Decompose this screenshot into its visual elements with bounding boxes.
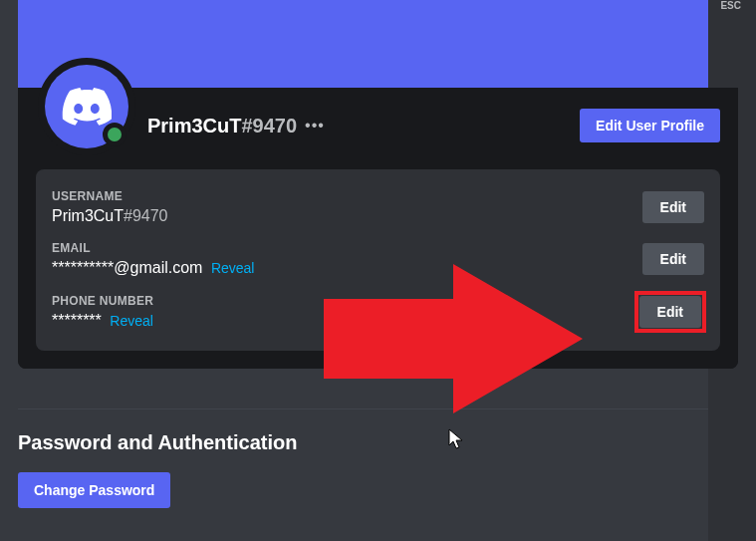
username-display: Prim3CuT#9470 (147, 115, 297, 137)
esc-label[interactable]: ESC (720, 0, 741, 11)
edit-phone-highlight: Edit (636, 293, 704, 331)
edit-phone-button[interactable]: Edit (639, 296, 701, 328)
phone-field-row: PHONE NUMBER ******** Reveal Edit (52, 285, 704, 339)
phone-field-value: ******** Reveal (52, 312, 636, 330)
username-text: Prim3CuT (147, 115, 241, 136)
section-divider (18, 408, 738, 409)
fields-container: USERNAME Prim3CuT#9470 Edit EMAIL ******… (36, 169, 720, 351)
profile-card: Prim3CuT#9470 ••• Edit User Profile USER… (18, 88, 738, 369)
discriminator-text: #9470 (241, 115, 297, 136)
status-online-icon (103, 123, 126, 146)
reveal-phone-link[interactable]: Reveal (110, 313, 153, 329)
account-info-card: USERNAME Prim3CuT#9470 Edit EMAIL ******… (18, 169, 738, 369)
password-section-title: Password and Authentication (18, 431, 738, 454)
email-field-row: EMAIL **********@gmail.com Reveal Edit (52, 233, 704, 285)
username-field-row: USERNAME Prim3CuT#9470 Edit (52, 181, 704, 233)
phone-field-label: PHONE NUMBER (52, 294, 636, 308)
more-options-icon[interactable]: ••• (305, 117, 325, 135)
reveal-email-link[interactable]: Reveal (211, 260, 255, 276)
change-password-button[interactable]: Change Password (18, 472, 170, 508)
email-field-label: EMAIL (52, 241, 642, 255)
username-field-label: USERNAME (52, 189, 642, 203)
username-field-value: Prim3CuT#9470 (52, 207, 642, 225)
profile-banner (18, 0, 738, 88)
discord-logo-icon (62, 82, 112, 132)
edit-email-button[interactable]: Edit (642, 243, 704, 275)
avatar[interactable] (38, 58, 135, 155)
edit-username-button[interactable]: Edit (642, 191, 704, 223)
edit-user-profile-button[interactable]: Edit User Profile (580, 109, 720, 142)
email-field-value: **********@gmail.com Reveal (52, 259, 642, 277)
